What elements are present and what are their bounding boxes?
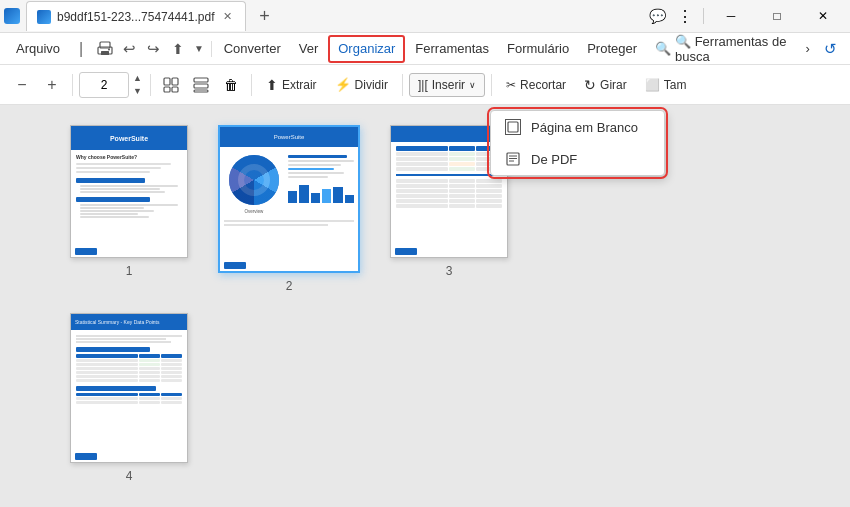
menu-organizar[interactable]: Organizar xyxy=(328,35,405,63)
svg-rect-2 xyxy=(101,51,109,55)
file-tab[interactable]: b9ddf151-223...75474441.pdf ✕ xyxy=(26,1,246,31)
menu-proteger[interactable]: Proteger xyxy=(579,35,645,63)
menu-formulario[interactable]: Formulário xyxy=(499,35,577,63)
delete-button[interactable]: 🗑 xyxy=(217,71,245,99)
page-up-arrow[interactable]: ▲ xyxy=(131,72,144,84)
svg-rect-5 xyxy=(172,78,178,85)
dropdown-arrow[interactable]: ▼ xyxy=(191,35,207,63)
svg-rect-9 xyxy=(194,84,208,88)
toolbar-undo[interactable]: | xyxy=(70,35,92,63)
rotate-button[interactable]: ↻ Girar xyxy=(576,73,635,97)
svg-rect-10 xyxy=(194,90,208,92)
share-icon[interactable]: ⬆ xyxy=(167,35,189,63)
blank-page-icon xyxy=(505,119,521,135)
undo-btn[interactable]: ↩ xyxy=(118,35,140,63)
zoom-out-button[interactable]: − xyxy=(8,71,36,99)
wrench-icon: 🔍 xyxy=(655,41,671,56)
menu-bar: Arquivo | ↩ ↪ ⬆ ▼ Converter Ver Organiza… xyxy=(0,33,850,65)
cut-icon: ✂ xyxy=(506,78,516,92)
tab-title: b9ddf151-223...75474441.pdf xyxy=(57,10,214,24)
menu-search-tools[interactable]: 🔍 🔍 Ferramentas de busca xyxy=(647,35,797,63)
page-thumb-1[interactable]: PowerSuite Why choose PowerSuite? xyxy=(70,125,188,278)
menu-arquivo[interactable]: Arquivo xyxy=(8,35,68,63)
page-image-2: PowerSuite Overview xyxy=(218,125,360,273)
resize-button[interactable]: ⬜ Tam xyxy=(637,74,695,96)
tab-close-button[interactable]: ✕ xyxy=(220,9,235,24)
svg-rect-7 xyxy=(172,87,178,92)
extract-icon: ⬆ xyxy=(266,77,278,93)
pages-row-2: Statistical Summary - Key Data Points xyxy=(30,313,820,483)
svg-rect-8 xyxy=(194,78,208,82)
zoom-in-button[interactable]: + xyxy=(38,71,66,99)
menu-converter[interactable]: Converter xyxy=(216,35,289,63)
print-icon[interactable] xyxy=(94,35,116,63)
page-list-icon[interactable] xyxy=(187,71,215,99)
dropdown-item-from-pdf[interactable]: De PDF xyxy=(491,143,664,175)
insert-dropdown-overlay: Página em Branco De PDF xyxy=(490,110,665,176)
new-tab-button[interactable]: + xyxy=(250,2,278,30)
page-label-2: 2 xyxy=(286,279,293,293)
extract-button[interactable]: ⬆ Extrair xyxy=(258,73,325,97)
from-pdf-icon xyxy=(505,151,521,167)
page-down-arrow[interactable]: ▼ xyxy=(131,85,144,97)
page-thumb-2[interactable]: PowerSuite Overview xyxy=(218,125,360,293)
close-window-button[interactable]: ✕ xyxy=(800,0,846,32)
divide-button[interactable]: ⚡ Dividir xyxy=(327,73,396,96)
app-icon xyxy=(4,8,20,24)
resize-icon: ⬜ xyxy=(645,78,660,92)
svg-rect-4 xyxy=(164,78,170,85)
comment-icon[interactable]: 💬 xyxy=(643,2,671,30)
content-area: PowerSuite Why choose PowerSuite? xyxy=(0,105,850,507)
insert-dropdown-arrow: ∨ xyxy=(469,80,476,90)
insert-icon: ]|[ xyxy=(418,78,428,92)
insert-dropdown-menu: Página em Branco De PDF xyxy=(490,110,665,176)
menu-ver[interactable]: Ver xyxy=(291,35,327,63)
page-label-3: 3 xyxy=(446,264,453,278)
insert-button[interactable]: ]|[ Inserir ∨ xyxy=(409,73,485,97)
page-number-input[interactable] xyxy=(79,72,129,98)
menu-ferramentas[interactable]: Ferramentas xyxy=(407,35,497,63)
redo-btn[interactable]: ↪ xyxy=(143,35,165,63)
toolbar: − + ▲ ▼ 🗑 ⬆ Extrair ⚡ Dividir ]|[ Inseri… xyxy=(0,65,850,105)
svg-point-3 xyxy=(108,48,110,50)
refresh-icon[interactable]: ↺ xyxy=(820,35,842,63)
page-label-1: 1 xyxy=(126,264,133,278)
minimize-button[interactable]: ─ xyxy=(708,0,754,32)
maximize-button[interactable]: □ xyxy=(754,0,800,32)
page-thumb-4[interactable]: Statistical Summary - Key Data Points xyxy=(70,313,188,483)
pages-row-1: PowerSuite Why choose PowerSuite? xyxy=(30,125,820,293)
page-input-wrapper: ▲ ▼ xyxy=(79,72,144,98)
page-image-4: Statistical Summary - Key Data Points xyxy=(70,313,188,463)
more-options-icon[interactable]: ⋮ xyxy=(671,2,699,30)
tab-icon xyxy=(37,10,51,24)
rotate-icon: ↻ xyxy=(584,77,596,93)
dropdown-item-blank-page[interactable]: Página em Branco xyxy=(491,111,664,143)
svg-rect-11 xyxy=(508,122,518,132)
page-label-4: 4 xyxy=(126,469,133,483)
cut-button[interactable]: ✂ Recortar xyxy=(498,74,574,96)
divide-icon: ⚡ xyxy=(335,77,351,92)
more-menus-button[interactable]: › xyxy=(799,35,815,63)
svg-rect-6 xyxy=(164,87,170,92)
page-image-1: PowerSuite Why choose PowerSuite? xyxy=(70,125,188,258)
page-layout-icon[interactable] xyxy=(157,71,185,99)
